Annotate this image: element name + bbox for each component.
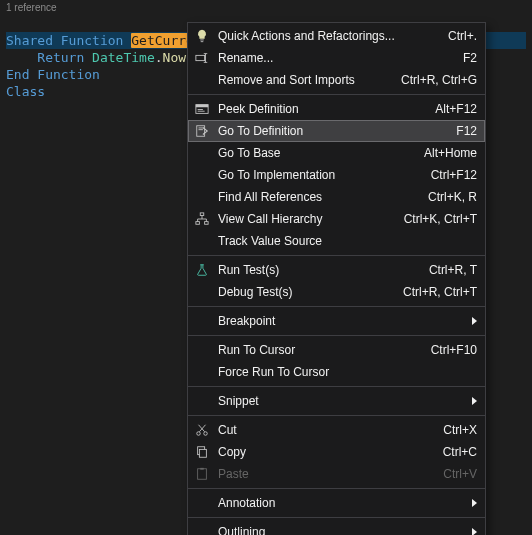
submenu-arrow-icon xyxy=(467,314,477,328)
menu-label: Copy xyxy=(218,445,431,459)
menu-separator xyxy=(188,94,485,95)
menu-label: Find All References xyxy=(218,190,416,204)
menu-item-go-to-base[interactable]: Go To BaseAlt+Home xyxy=(188,142,485,164)
menu-item-run-test-s[interactable]: Run Test(s)Ctrl+R, T xyxy=(188,259,485,281)
submenu-arrow-icon xyxy=(467,525,477,535)
menu-icon-empty xyxy=(192,393,212,409)
menu-item-rename[interactable]: Rename...F2 xyxy=(188,47,485,69)
svg-rect-12 xyxy=(199,129,203,130)
menu-icon-empty xyxy=(192,189,212,205)
menu-item-breakpoint[interactable]: Breakpoint xyxy=(188,310,485,332)
codelens-reference[interactable]: 1 reference xyxy=(0,0,532,15)
menu-item-go-to-definition[interactable]: Go To DefinitionF12 xyxy=(188,120,485,142)
dot: . xyxy=(155,50,163,65)
svg-rect-1 xyxy=(201,41,204,42)
menu-label: Rename... xyxy=(218,51,451,65)
menu-item-snippet[interactable]: Snippet xyxy=(188,390,485,412)
svg-rect-14 xyxy=(196,222,200,225)
svg-rect-2 xyxy=(196,55,205,60)
keyword-function: Function xyxy=(61,33,124,48)
menu-separator xyxy=(188,386,485,387)
menu-icon-empty xyxy=(192,313,212,329)
flask-icon xyxy=(192,262,212,278)
submenu-arrow-icon xyxy=(467,496,477,510)
svg-rect-23 xyxy=(200,468,204,470)
menu-item-annotation[interactable]: Annotation xyxy=(188,492,485,514)
menu-icon-empty xyxy=(192,233,212,249)
menu-label: Outlining xyxy=(218,525,459,535)
cut-icon xyxy=(192,422,212,438)
menu-label: Go To Base xyxy=(218,146,412,160)
menu-item-cut[interactable]: CutCtrl+X xyxy=(188,419,485,441)
menu-item-go-to-implementation[interactable]: Go To ImplementationCtrl+F12 xyxy=(188,164,485,186)
menu-shortcut: F2 xyxy=(463,51,477,65)
menu-item-quick-actions-and-refactorings[interactable]: Quick Actions and Refactorings...Ctrl+. xyxy=(188,25,485,47)
keyword-end-function: End Function xyxy=(6,67,100,82)
copy-icon xyxy=(192,444,212,460)
menu-label: View Call Hierarchy xyxy=(218,212,392,226)
menu-label: Debug Test(s) xyxy=(218,285,391,299)
menu-label: Breakpoint xyxy=(218,314,459,328)
menu-icon-empty xyxy=(192,524,212,535)
svg-rect-11 xyxy=(199,128,203,129)
menu-item-peek-definition[interactable]: Peek DefinitionAlt+F12 xyxy=(188,98,485,120)
menu-separator xyxy=(188,415,485,416)
menu-item-view-call-hierarchy[interactable]: View Call HierarchyCtrl+K, Ctrl+T xyxy=(188,208,485,230)
type-datetime: DateTime xyxy=(92,50,155,65)
menu-label: Quick Actions and Refactorings... xyxy=(218,29,436,43)
bulb-icon xyxy=(192,28,212,44)
menu-shortcut: F12 xyxy=(456,124,477,138)
svg-rect-21 xyxy=(199,449,206,457)
menu-separator xyxy=(188,517,485,518)
menu-shortcut: Ctrl+X xyxy=(443,423,477,437)
menu-shortcut: Ctrl+F12 xyxy=(431,168,477,182)
menu-separator xyxy=(188,488,485,489)
menu-item-find-all-references[interactable]: Find All ReferencesCtrl+K, R xyxy=(188,186,485,208)
svg-rect-9 xyxy=(198,111,205,112)
svg-rect-7 xyxy=(196,105,208,108)
menu-item-run-to-cursor[interactable]: Run To CursorCtrl+F10 xyxy=(188,339,485,361)
svg-rect-13 xyxy=(200,213,204,216)
menu-shortcut: Ctrl+. xyxy=(448,29,477,43)
menu-label: Snippet xyxy=(218,394,459,408)
menu-separator xyxy=(188,255,485,256)
menu-label: Go To Implementation xyxy=(218,168,419,182)
menu-shortcut: Alt+Home xyxy=(424,146,477,160)
keyword-return: Return xyxy=(37,50,84,65)
menu-icon-empty xyxy=(192,342,212,358)
menu-label: Run To Cursor xyxy=(218,343,419,357)
menu-label: Peek Definition xyxy=(218,102,423,116)
menu-label: Paste xyxy=(218,467,431,481)
menu-item-force-run-to-cursor[interactable]: Force Run To Cursor xyxy=(188,361,485,383)
submenu-arrow-icon xyxy=(467,394,477,408)
menu-item-remove-and-sort-imports[interactable]: Remove and Sort ImportsCtrl+R, Ctrl+G xyxy=(188,69,485,91)
context-menu[interactable]: Quick Actions and Refactorings...Ctrl+.R… xyxy=(187,22,486,535)
menu-item-track-value-source[interactable]: Track Value Source xyxy=(188,230,485,252)
menu-icon-empty xyxy=(192,284,212,300)
menu-shortcut: Ctrl+R, T xyxy=(429,263,477,277)
menu-separator xyxy=(188,306,485,307)
menu-item-outlining[interactable]: Outlining xyxy=(188,521,485,535)
menu-label: Go To Definition xyxy=(218,124,444,138)
menu-shortcut: Ctrl+K, Ctrl+T xyxy=(404,212,477,226)
menu-shortcut: Ctrl+K, R xyxy=(428,190,477,204)
svg-point-16 xyxy=(197,432,201,436)
rename-icon xyxy=(192,50,212,66)
menu-shortcut: Alt+F12 xyxy=(435,102,477,116)
hierarchy-icon xyxy=(192,211,212,227)
member-now: Now xyxy=(163,50,186,65)
paste-icon xyxy=(192,466,212,482)
svg-line-18 xyxy=(199,425,205,432)
menu-label: Force Run To Cursor xyxy=(218,365,477,379)
svg-rect-0 xyxy=(200,40,204,41)
svg-line-19 xyxy=(199,425,205,432)
goto-icon xyxy=(192,123,212,139)
menu-item-debug-test-s[interactable]: Debug Test(s)Ctrl+R, Ctrl+T xyxy=(188,281,485,303)
svg-point-17 xyxy=(204,432,208,436)
menu-icon-empty xyxy=(192,167,212,183)
menu-icon-empty xyxy=(192,145,212,161)
menu-item-copy[interactable]: CopyCtrl+C xyxy=(188,441,485,463)
menu-label: Cut xyxy=(218,423,431,437)
menu-icon-empty xyxy=(192,495,212,511)
menu-shortcut: Ctrl+F10 xyxy=(431,343,477,357)
